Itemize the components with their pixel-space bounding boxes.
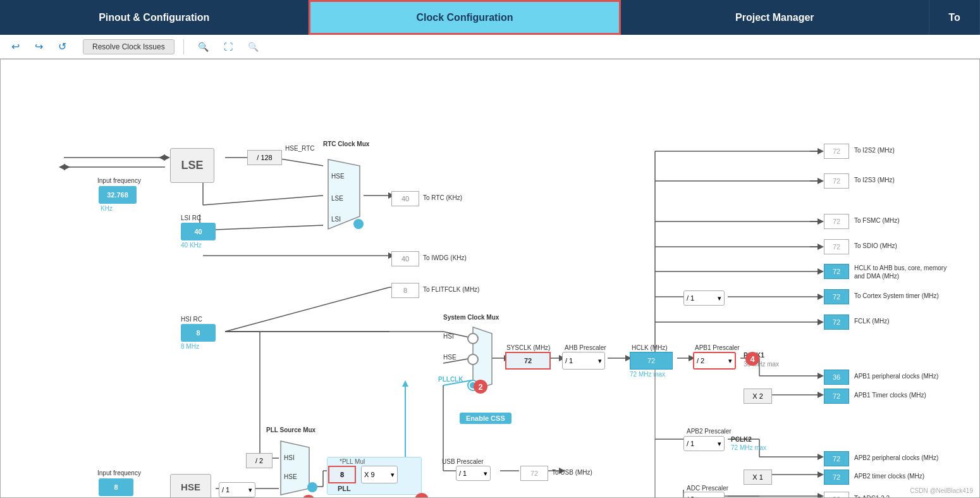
nav-tools[interactable]: To <box>929 0 980 35</box>
input-freq-hse-value[interactable]: 8 <box>99 478 133 496</box>
lsi-rc-value[interactable]: 40 <box>181 223 216 240</box>
usb-value: 72 <box>520 466 548 481</box>
badge-4: 4 <box>745 352 759 366</box>
sep1 <box>183 39 184 54</box>
flitf-out-label: To FLITFCLK (MHz) <box>423 286 479 293</box>
svg-marker-56 <box>818 392 824 398</box>
hse-pll-div-dropdown[interactable]: / 1 ▾ <box>219 482 255 497</box>
usb-prescaler-label: USB Prescaler <box>442 458 484 465</box>
sysclk-label: SYSCLK (MHz) <box>506 344 550 351</box>
pllclk-mux-label: PLLCLK <box>438 376 463 383</box>
undo-button[interactable]: ↩ <box>6 38 25 55</box>
svg-text:LSI: LSI <box>331 216 341 223</box>
resolve-clock-button[interactable]: Resolve Clock Issues <box>83 39 175 54</box>
svg-marker-3 <box>59 164 65 170</box>
input-freq-lse-label: Input frequency <box>97 177 141 184</box>
hse-rtc-label: HSE_RTC <box>285 145 315 152</box>
hse-system-radio[interactable] <box>467 354 479 365</box>
to-i2s2-label: To I2S2 (MHz) <box>854 147 895 154</box>
zoom-in-button[interactable]: 🔍 <box>193 39 214 54</box>
ahb-prescaler-dropdown[interactable]: / 1 ▾ <box>562 352 605 370</box>
iwdg-out-label: To IWDG (KHz) <box>423 254 467 261</box>
to-sdio-top-value: 72 <box>824 239 849 254</box>
nav-pinout[interactable]: Pinout & Configuration <box>0 0 309 35</box>
svg-text:HSE: HSE <box>284 473 297 480</box>
svg-text:HSI: HSI <box>284 454 295 461</box>
svg-marker-1 <box>164 154 170 161</box>
hsi-rc-value[interactable]: 8 <box>181 324 216 342</box>
to-i2s3-label: To I2S3 (MHz) <box>854 177 895 184</box>
hclk-ahb-value[interactable]: 72 <box>824 264 849 279</box>
ahb-prescaler-label: AHB Prescaler <box>565 344 606 351</box>
hsi-rc-label: HSI RC <box>181 316 202 323</box>
nav-clock[interactable]: Clock Configuration <box>309 0 620 35</box>
usb-label: To USB (MHz) <box>552 469 592 476</box>
zoom-out-button[interactable]: 🔍 <box>243 39 264 54</box>
svg-marker-87 <box>159 154 165 161</box>
svg-marker-46 <box>818 268 824 275</box>
svg-marker-37 <box>818 218 824 225</box>
svg-marker-54 <box>818 373 824 379</box>
apb1-prescaler-dropdown[interactable]: / 2 ▾ <box>693 352 736 370</box>
svg-marker-69 <box>818 493 824 497</box>
apb1-timer-label: APB1 Timer clocks (MHz) <box>854 392 926 399</box>
top-nav: Pinout & Configuration Clock Configurati… <box>0 0 980 35</box>
svg-marker-39 <box>818 244 824 250</box>
lsi-rc-unit: 40 KHz <box>181 242 202 249</box>
fclk-value[interactable]: 72 <box>824 314 849 330</box>
apb2-timer-value[interactable]: 72 <box>824 470 849 485</box>
apb1-peripheral-value[interactable]: 36 <box>824 370 849 385</box>
apb2-peripheral-label: APB2 peripheral clocks (MHz) <box>854 454 938 461</box>
clock-diagram-canvas: Input frequency 32.768 KHz LSE LSI RC 40… <box>0 59 980 498</box>
hse-block[interactable]: HSE <box>170 474 211 498</box>
pll-mul-label: *PLL Mul <box>340 458 365 465</box>
svg-line-15 <box>225 287 389 332</box>
to-i2s2-value: 72 <box>824 144 849 159</box>
svg-marker-64 <box>818 471 824 478</box>
pll-mul-dropdown[interactable]: X 9 ▾ <box>361 466 398 483</box>
to-fsmc-label: To FSMC (MHz) <box>854 217 900 224</box>
lsi-rc-label: LSI RC <box>181 215 201 221</box>
lsi-radio[interactable] <box>353 219 364 229</box>
fclk-label: FCLK (MHz) <box>854 318 890 325</box>
cortex-value[interactable]: 72 <box>824 289 849 304</box>
sysclk-value[interactable]: 72 <box>505 352 551 370</box>
pclk2-label: PCLK2 <box>731 436 752 443</box>
apb2-prescaler-label: APB2 Prescaler <box>687 428 732 435</box>
hclk-value[interactable]: 72 <box>630 352 673 370</box>
flitf-out-value: 8 <box>391 283 419 298</box>
hsi-mux-label: HSI <box>443 333 454 340</box>
hsi-div2: / 2 <box>246 453 273 468</box>
apb2-peripheral-value[interactable]: 72 <box>824 451 849 466</box>
to-fsmc-value: 72 <box>824 214 849 229</box>
hclk-ahb-label: HCLK to AHB bus, core, memory and DMA (M… <box>854 264 949 280</box>
enable-css-button[interactable]: Enable CSS <box>460 413 511 424</box>
apb2-x1: X 1 <box>744 470 772 485</box>
apb2-timer-label: APB2 timer clocks (MHz) <box>854 473 924 480</box>
redo-button[interactable]: ↪ <box>30 38 48 55</box>
to-i2s3-value: 72 <box>824 173 849 189</box>
cortex-div-dropdown[interactable]: / 1 ▾ <box>683 290 725 306</box>
toolbar: ↩ ↪ ↺ Resolve Clock Issues 🔍 ⛶ 🔍 <box>0 35 980 59</box>
iwdg-out-value: 40 <box>391 251 419 266</box>
usb-prescaler-dropdown[interactable]: / 1 ▾ <box>456 466 491 481</box>
apb2-prescaler-dropdown[interactable]: / 1 ▾ <box>683 436 725 451</box>
nav-project[interactable]: Project Manager <box>621 0 929 35</box>
hsi-rc-unit: 8 MHz <box>181 343 199 350</box>
svg-text:LSE: LSE <box>331 195 343 202</box>
hse-mux-label: HSE <box>443 354 456 361</box>
lse-block[interactable]: LSE <box>170 148 214 183</box>
apb1-timer-value[interactable]: 72 <box>824 389 849 404</box>
div128-block[interactable]: / 128 <box>247 150 282 165</box>
adc-label: To ADC1,2,3 <box>854 495 890 498</box>
apb1-prescaler-label: APB1 Prescaler <box>695 344 740 351</box>
hse-pll-radio[interactable] <box>307 482 317 492</box>
pll-in-value[interactable]: 8 <box>328 466 356 483</box>
adc-prescaler-label: ADC Prescaler <box>687 485 728 492</box>
input-freq-lse-value[interactable]: 32.768 <box>99 186 137 204</box>
adc-prescaler-dropdown[interactable]: / 2 ▾ <box>683 492 725 498</box>
reset-button[interactable]: ↺ <box>53 38 71 55</box>
fit-button[interactable]: ⛶ <box>219 39 238 54</box>
apb1-peripheral-label: APB1 peripheral clocks (MHz) <box>854 373 938 380</box>
hsi-system-radio[interactable] <box>467 333 479 344</box>
